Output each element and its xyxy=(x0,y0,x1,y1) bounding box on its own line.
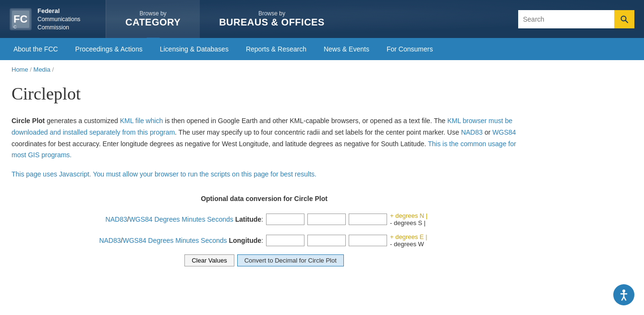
nav-item-licensing[interactable]: Licensing & Databases xyxy=(151,38,237,60)
seconds-lat-link[interactable]: Seconds xyxy=(207,215,233,223)
longitude-directions: + degrees E | - degrees W xyxy=(390,233,438,248)
seconds-lon-link[interactable]: Seconds xyxy=(201,237,227,244)
form-section-title: Optional data conversion for Circle Plot xyxy=(12,195,517,202)
nav-item-news[interactable]: News & Events xyxy=(315,38,378,60)
minutes-lat-link[interactable]: Minutes xyxy=(182,215,205,223)
degrees-lon-link[interactable]: Degrees xyxy=(148,237,173,244)
js-notice: This page uses Javascript. You must allo… xyxy=(12,169,517,180)
search-icon xyxy=(620,15,629,24)
nav-item-reports[interactable]: Reports & Research xyxy=(237,38,315,60)
latitude-label: NAD83/WGS84 Degrees Minutes Seconds Lati… xyxy=(90,215,263,223)
longitude-degrees-input[interactable] xyxy=(266,235,304,246)
nav-item-consumers[interactable]: For Consumers xyxy=(378,38,441,60)
longitude-minutes-input[interactable] xyxy=(307,235,346,246)
nad83-lat-link[interactable]: NAD83 xyxy=(106,215,127,223)
wgs84-lon-link[interactable]: WGS84 xyxy=(122,237,146,244)
browse-bureaus-button[interactable]: Browse by BUREAUS & OFFICES xyxy=(200,0,344,38)
breadcrumb-media[interactable]: Media xyxy=(34,66,50,73)
latitude-minutes-input[interactable] xyxy=(307,214,346,225)
svg-text:FC: FC xyxy=(13,13,27,25)
fcc-logo-icon: FC C xyxy=(10,8,32,30)
form-section: Optional data conversion for Circle Plot… xyxy=(12,195,517,266)
longitude-row: NAD83/WGS84 Degrees Minutes Seconds Long… xyxy=(12,233,517,248)
site-header: FC C Federal Communications Commission B… xyxy=(0,0,644,38)
main-description: Circle Plot generates a customized KML f… xyxy=(12,115,517,161)
page-title: Circleplot xyxy=(12,84,517,104)
nav-item-proceedings[interactable]: Proceedings & Actions xyxy=(67,38,151,60)
button-row: Clear Values Convert to Decimal for Circ… xyxy=(12,254,517,266)
svg-text:C: C xyxy=(13,25,17,29)
search-button[interactable] xyxy=(614,10,634,28)
breadcrumb-home[interactable]: Home xyxy=(12,66,28,73)
nav-item-about[interactable]: About the FCC xyxy=(5,38,67,60)
search-area xyxy=(518,10,644,28)
main-nav: About the FCC Proceedings & Actions Lice… xyxy=(0,38,644,60)
search-input[interactable] xyxy=(518,10,614,28)
longitude-label: NAD83/WGS84 Degrees Minutes Seconds Long… xyxy=(90,237,263,244)
browse-category-button[interactable]: Browse by CATEGORY xyxy=(106,0,200,38)
degrees-lat-link[interactable]: Degrees xyxy=(155,215,180,223)
latitude-seconds-input[interactable] xyxy=(349,214,387,225)
latitude-row: NAD83/WGS84 Degrees Minutes Seconds Lati… xyxy=(12,212,517,227)
breadcrumb: Home / Media / xyxy=(0,60,644,79)
latitude-degrees-input[interactable] xyxy=(266,214,304,225)
clear-values-button[interactable]: Clear Values xyxy=(184,254,234,266)
logo-area: FC C Federal Communications Commission xyxy=(0,7,106,32)
wgs84-lat-link[interactable]: WGS84 xyxy=(129,215,153,223)
convert-button[interactable]: Convert to Decimal for Circle Plot xyxy=(237,254,344,266)
main-content: Circleplot Circle Plot generates a custo… xyxy=(0,79,528,281)
svg-line-6 xyxy=(625,20,628,23)
nad83-link[interactable]: NAD83 xyxy=(461,128,483,136)
kml-link[interactable]: KML file which xyxy=(120,117,163,125)
longitude-seconds-input[interactable] xyxy=(349,235,387,246)
nad83-lon-link[interactable]: NAD83 xyxy=(99,237,121,244)
latitude-directions: + degrees N | - degrees S | xyxy=(390,212,438,227)
minutes-lon-link[interactable]: Minutes xyxy=(175,237,199,244)
wgs84-link[interactable]: WGS84 xyxy=(492,128,516,136)
logo-text: Federal Communications Commission xyxy=(37,7,80,32)
